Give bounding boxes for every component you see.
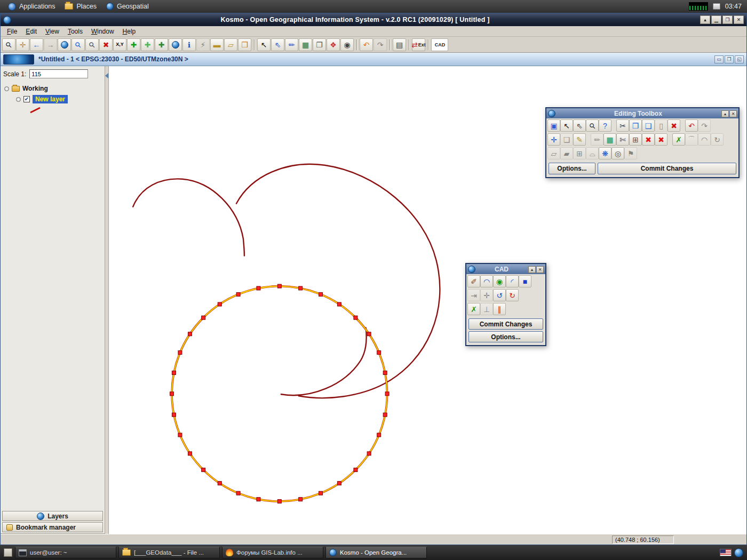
measure-area-button[interactable]: ▱: [224, 38, 237, 51]
add-layer-button[interactable]: ✚: [127, 38, 140, 51]
editing-commit-button[interactable]: Commit Changes: [598, 163, 736, 174]
view-tab-title[interactable]: *Untitled - 1 < EPSG:23030 - ED50/UTMzon…: [38, 55, 188, 63]
vertex-handle[interactable]: [236, 292, 240, 296]
vertex-handle[interactable]: [299, 286, 303, 290]
desktop-menu-applications[interactable]: Applications: [3, 0, 60, 13]
taskbar-globe-icon[interactable]: [734, 548, 743, 557]
select-edit-tool[interactable]: ▣: [547, 119, 560, 132]
tree-expander-icon[interactable]: [16, 97, 21, 102]
topology-edit-tool[interactable]: ❋: [599, 147, 611, 159]
vertex-handle[interactable]: [377, 351, 381, 355]
menu-help[interactable]: Help: [118, 27, 140, 36]
vertex-handle[interactable]: [367, 332, 371, 336]
desktop-menu-places[interactable]: Places: [60, 0, 101, 13]
vertex-handle[interactable]: [385, 392, 389, 396]
task-globe[interactable]: Kosmo - Open Geogra...: [325, 547, 427, 558]
editing-toolbox-titlebar[interactable]: Editing Toolbox ▴✕: [546, 108, 738, 118]
vertex-handle[interactable]: [277, 500, 281, 503]
undo-edit-button[interactable]: ↶: [685, 119, 698, 132]
remove-vertex-tool[interactable]: ✖: [642, 133, 655, 146]
close-button[interactable]: ✕: [734, 15, 744, 24]
rotate-cw-tool[interactable]: ↻: [506, 289, 519, 301]
zoom-edit-tool[interactable]: ⚲: [586, 119, 599, 132]
vertex-handle[interactable]: [188, 332, 192, 336]
explode-geometry-tool[interactable]: ▦: [603, 133, 616, 146]
vertex-handle[interactable]: [170, 392, 174, 396]
cut-tool[interactable]: ✂: [616, 119, 629, 132]
vertex-handle[interactable]: [257, 498, 260, 501]
frame-detach-button[interactable]: ◱: [735, 55, 744, 63]
vertex-handle[interactable]: [367, 452, 371, 455]
measure-distance-button[interactable]: ▬: [210, 38, 224, 51]
tree-node-new-layer[interactable]: New layer: [33, 95, 68, 103]
task-terminal[interactable]: user@user: ~: [15, 547, 116, 558]
vertex-handle[interactable]: [257, 286, 260, 290]
snapshot-button[interactable]: ◉: [340, 38, 354, 51]
layer-visibility-checkbox[interactable]: ✔: [23, 96, 30, 102]
window-list-icon[interactable]: [4, 548, 12, 557]
vertex-handle[interactable]: [354, 468, 357, 471]
vertex-handle[interactable]: [172, 371, 176, 374]
task-folder[interactable]: [___GEOdata___ - File ...: [118, 547, 220, 558]
zoom-full-extent-button[interactable]: [58, 38, 71, 51]
undo-button[interactable]: ↶: [360, 38, 373, 51]
shade-button[interactable]: ▴: [700, 15, 710, 24]
system-monitor-applet[interactable]: [689, 2, 708, 11]
vertex-handle[interactable]: [188, 452, 192, 455]
scale-input[interactable]: [29, 69, 88, 78]
zoom-tool[interactable]: ⚲: [2, 38, 15, 51]
vertex-handle[interactable]: [172, 413, 176, 417]
cad-shade-button[interactable]: ▴: [528, 266, 536, 273]
delete-tool[interactable]: ✖: [667, 119, 680, 132]
vertex-handle[interactable]: [354, 316, 357, 319]
cad-options-button[interactable]: Options...: [468, 331, 543, 342]
advanced-selection-button[interactable]: ⇖: [271, 38, 284, 51]
copy-tool[interactable]: ❐: [629, 119, 642, 132]
vertex-handle[interactable]: [337, 302, 341, 306]
vertex-handle[interactable]: [236, 491, 240, 495]
rotate-ccw-tool[interactable]: ↺: [493, 289, 506, 301]
draw-circle-tool[interactable]: ◉: [493, 275, 506, 287]
window-titlebar[interactable]: Kosmo - Open Geographical Information Sy…: [1, 13, 746, 26]
merge-geometry-tool[interactable]: ⊞: [629, 133, 642, 146]
cad-commit-button[interactable]: Commit Changes: [468, 318, 543, 330]
editing-options-button[interactable]: Options...: [549, 163, 595, 174]
cad-snapping-tool[interactable]: ✗: [467, 303, 480, 315]
tree-node-working[interactable]: Working: [22, 85, 48, 92]
bookmark-manager-button[interactable]: Bookmark manager: [2, 522, 103, 532]
tray-indicator-icon[interactable]: [713, 3, 720, 10]
vertex-handle[interactable]: [178, 433, 182, 437]
zoom-window-button[interactable]: ⚲: [85, 38, 99, 51]
pan-tool[interactable]: ✛: [16, 38, 29, 51]
add-table-button[interactable]: ✚: [155, 38, 168, 51]
scene-3d-button[interactable]: ❒: [238, 38, 251, 51]
menu-tools[interactable]: Tools: [63, 27, 87, 36]
feature-info-tool[interactable]: ?: [599, 119, 611, 132]
add-ide-layer-button[interactable]: ✚: [141, 38, 154, 51]
panel-splitter[interactable]: [105, 66, 109, 534]
maximize-button[interactable]: ❐: [722, 15, 733, 24]
split-geometry-tool[interactable]: ✄: [616, 133, 629, 146]
print-button[interactable]: ▤: [393, 38, 406, 51]
toolbox-shade-button[interactable]: ▴: [721, 110, 729, 117]
vertex-handle[interactable]: [383, 413, 387, 417]
frame-maximize-button[interactable]: ❐: [725, 55, 734, 63]
cad-titlebar[interactable]: CAD ▴✕: [466, 264, 545, 274]
vertex-handle[interactable]: [202, 468, 205, 471]
toolbox-close-button[interactable]: ✕: [729, 110, 737, 117]
cad-toggle-button[interactable]: CAD: [431, 38, 448, 51]
draw-rectangle-tool[interactable]: ■: [519, 275, 531, 287]
attribute-table-button[interactable]: ▦: [299, 38, 312, 51]
feature-info-button[interactable]: ℹ: [182, 38, 196, 51]
clear-selection-button[interactable]: ✖: [99, 38, 113, 51]
desktop-menu-geospatial[interactable]: Geospatial: [101, 0, 154, 13]
menu-window[interactable]: Window: [87, 27, 118, 36]
menu-file[interactable]: File: [3, 27, 21, 36]
parallel-tool[interactable]: ∥: [493, 303, 506, 315]
move-geometry-tool[interactable]: ✛: [547, 133, 560, 146]
select-features-button[interactable]: ↖: [257, 38, 271, 51]
symbology-button[interactable]: ❖: [327, 38, 340, 51]
menu-edit[interactable]: Edit: [21, 27, 41, 36]
vertex-handle[interactable]: [377, 433, 381, 437]
zoom-previous-button[interactable]: ←: [30, 38, 43, 51]
